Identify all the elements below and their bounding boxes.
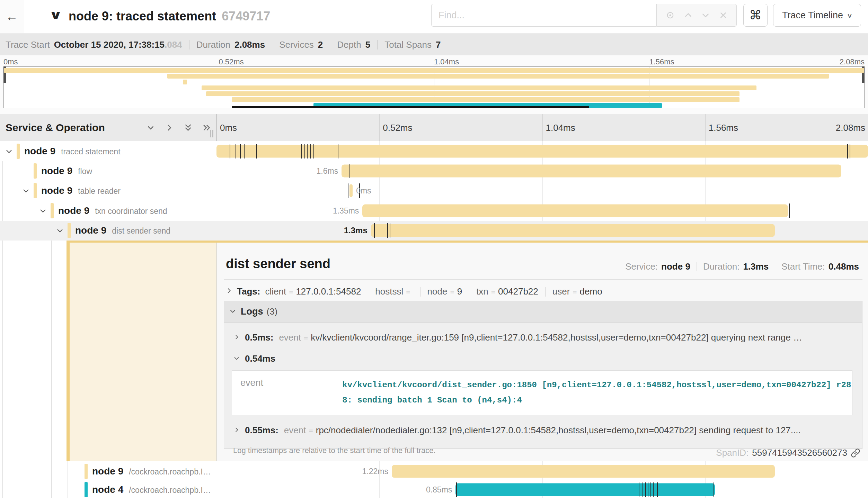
log-entry[interactable]: 0.5ms:event=kv/kvclient/kvcoord/range_it…: [231, 326, 855, 348]
chevron-down-icon[interactable]: [39, 207, 47, 215]
span-bar[interactable]: [342, 165, 841, 178]
log-entry[interactable]: 0.55ms:event=rpc/nodedialer/nodedialer.g…: [231, 419, 855, 441]
clear-find-icon[interactable]: [719, 11, 728, 20]
tag-item: txn=00427b22: [476, 286, 538, 297]
span-row[interactable]: node 9traced statement: [0, 141, 868, 161]
span-bar[interactable]: [455, 483, 715, 496]
log-marker-tick: [456, 482, 457, 497]
minimap-span[interactable]: [183, 80, 187, 84]
span-bar[interactable]: [392, 465, 775, 478]
span-color-strip: [85, 482, 88, 497]
span-row[interactable]: node 9table reader0ms: [0, 181, 868, 201]
next-result-icon[interactable]: [701, 11, 710, 20]
span-bar[interactable]: [371, 224, 775, 237]
separator: [368, 287, 368, 297]
summary-label: Total Spans: [384, 39, 432, 50]
column-resize-handle[interactable]: [210, 130, 213, 137]
separator: [377, 40, 378, 49]
divider: [224, 279, 862, 280]
log-entry-expanded-header[interactable]: 0.54ms: [231, 348, 855, 368]
log-field-value: kv/kvclient/kvcoord/range_iter.go:159 [n…: [311, 332, 802, 343]
span-row[interactable]: node 9txn coordinator send1.35ms: [0, 201, 868, 220]
tags-row[interactable]: Tags: client=127.0.0.1:54582hostssl=node…: [225, 286, 602, 297]
summary-label: Trace Start: [6, 39, 50, 50]
span-row-timeline: 0.85ms: [216, 480, 868, 498]
span-name: node 9/cockroach.roachpb.I…: [92, 466, 211, 477]
minimap-span[interactable]: [206, 91, 739, 96]
span-duration-label: 1.6ms: [317, 166, 338, 176]
span-operation: /cockroach.roachpb.I…: [129, 467, 211, 476]
span-operation: flow: [78, 167, 92, 176]
log-timestamp: 0.55ms:: [245, 425, 278, 436]
link-icon[interactable]: [851, 448, 860, 458]
chevron-down-icon[interactable]: [22, 187, 30, 195]
ruler-tick-label: 0.52ms: [383, 123, 412, 133]
keyboard-shortcuts-button[interactable]: ⌘: [743, 4, 768, 27]
span-duration-label: 1.3ms: [344, 226, 367, 235]
logs-title: Logs: [241, 306, 263, 317]
span-detail-left-gutter: [0, 241, 216, 461]
span-row-timeline: 1.6ms: [216, 161, 868, 181]
view-options-label: Trace Timeline: [782, 10, 843, 21]
chevron-right-icon: [233, 426, 240, 433]
span-row[interactable]: node 9/cockroach.roachpb.I…1.22ms: [0, 462, 868, 480]
span-service: node 4: [92, 484, 123, 495]
span-bar[interactable]: [349, 184, 353, 197]
summary-label: Services: [279, 39, 314, 50]
minimap-span[interactable]: [4, 68, 864, 73]
summary-item: Duration2.08ms: [196, 39, 265, 50]
meta-item: Start Time:0.48ms: [781, 261, 859, 272]
chevron-right-icon[interactable]: [164, 123, 175, 133]
service-operation-title: Service & Operation: [6, 122, 105, 134]
span-detail-row: dist sender send Service:node 9Duration:…: [0, 241, 868, 461]
tag-item: user=demo: [552, 286, 602, 297]
span-bar[interactable]: [362, 204, 788, 217]
log-marker-tick: [348, 183, 348, 198]
find-tools: [656, 4, 737, 27]
log-marker-tick: [374, 223, 375, 238]
span-row[interactable]: node 4/cockroach.roachpb.I…0.85ms: [0, 480, 868, 498]
minimap-span[interactable]: [167, 74, 829, 79]
double-chevron-down-icon[interactable]: [183, 123, 193, 133]
log-timestamp: 0.54ms: [245, 353, 275, 364]
log-field-value: rpc/nodedialer/nodedialer.go:132 [n9,cli…: [316, 425, 801, 436]
summary-value: 5: [365, 39, 370, 50]
span-row[interactable]: node 9dist sender send1.3ms: [0, 221, 868, 241]
span-name: node 9table reader: [41, 185, 121, 196]
log-marker-tick: [301, 144, 302, 159]
span-color-strip: [17, 144, 20, 159]
separator: [272, 40, 272, 49]
span-operation: txn coordinator send: [95, 207, 167, 216]
span-row-timeline: 1.22ms: [216, 462, 868, 480]
log-marker-tick: [648, 482, 648, 497]
span-row-timeline: [216, 141, 868, 161]
tree-guide-line: [19, 241, 19, 461]
trace-minimap: 0ms0.52ms1.04ms1.56ms2.08ms: [0, 55, 868, 114]
minimap-canvas[interactable]: [3, 66, 865, 108]
locate-icon[interactable]: [665, 10, 675, 20]
separator: [775, 262, 775, 271]
prev-result-icon[interactable]: [684, 11, 693, 20]
log-marker-tick: [313, 144, 314, 159]
span-service: node 9: [24, 146, 55, 156]
chevron-down-icon[interactable]: [5, 147, 13, 155]
log-marker-tick: [338, 144, 338, 159]
chevron-down-icon[interactable]: [145, 123, 156, 133]
log-marker-tick: [236, 144, 236, 159]
timeline-grid-header: Service & Operation 0ms0.52m: [0, 114, 868, 141]
view-options-button[interactable]: Trace Timeline ∨: [773, 4, 861, 27]
ruler-tick-label: 2.08ms: [836, 123, 865, 133]
back-button[interactable]: ←: [0, 0, 24, 33]
logs-header[interactable]: Logs (3): [224, 301, 862, 323]
minimap-span[interactable]: [202, 85, 756, 90]
span-row[interactable]: node 9flow1.6ms: [0, 161, 868, 181]
find-input[interactable]: [431, 4, 656, 27]
span-row-timeline: 1.35ms: [216, 201, 868, 220]
collapse-trace-chevron-icon[interactable]: ∨: [49, 8, 62, 22]
find-group: [431, 4, 737, 27]
minimap-span[interactable]: [232, 97, 739, 102]
span-detail-title: dist sender send: [226, 256, 330, 271]
log-marker-tick: [310, 144, 311, 159]
tree-guide-line: [51, 241, 52, 461]
chevron-down-icon[interactable]: [56, 226, 64, 235]
